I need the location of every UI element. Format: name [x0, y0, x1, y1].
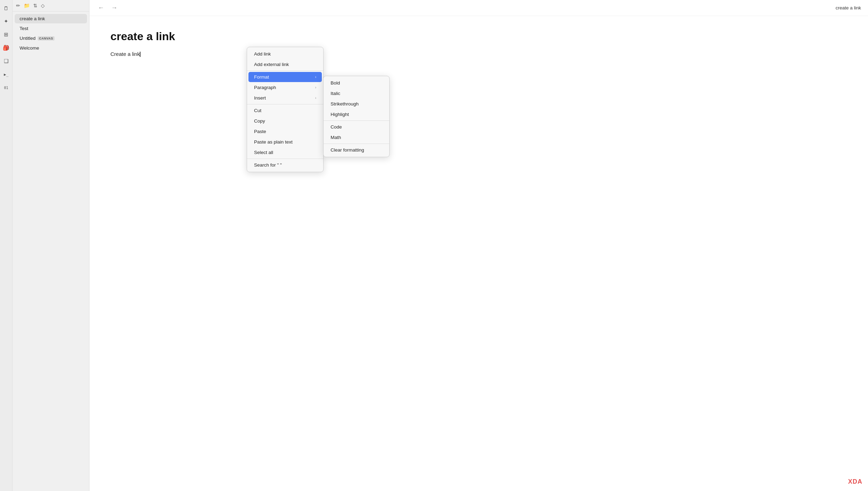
- back-button[interactable]: ←: [96, 3, 106, 12]
- layers-icon[interactable]: ❑: [2, 57, 10, 65]
- sort-icon[interactable]: ⇅: [33, 3, 37, 8]
- bag-icon[interactable]: 🎒: [2, 44, 10, 52]
- forward-button[interactable]: →: [110, 3, 119, 12]
- canvas-badge: CANVAS: [38, 36, 55, 41]
- sidebar-item-label: Welcome: [20, 45, 39, 51]
- sidebar-item-label: Untitled: [20, 36, 36, 41]
- menu-item-highlight[interactable]: Highlight: [325, 109, 388, 119]
- document-text: Create a link: [110, 51, 140, 57]
- menu-item-insert[interactable]: Insert ›: [248, 93, 322, 103]
- binary-icon[interactable]: 01: [2, 84, 10, 91]
- menu-item-add-link[interactable]: Add link: [248, 49, 322, 59]
- menu-separator-2: [247, 104, 323, 104]
- main-area: ← → create a link create a link Create a…: [89, 0, 868, 491]
- filter-icon[interactable]: ◇: [41, 3, 45, 8]
- menu-separator-3: [247, 159, 323, 159]
- sidebar-item-label: create a link: [20, 16, 45, 21]
- new-note-icon[interactable]: ✏: [16, 3, 20, 8]
- sidebar-item-welcome[interactable]: Welcome: [15, 43, 87, 53]
- sidebar-item-untitled[interactable]: Untitled CANVAS: [15, 34, 87, 43]
- chevron-right-icon: ›: [315, 96, 316, 100]
- format-submenu: Bold Italic Strikethrough Highlight Code…: [323, 76, 390, 157]
- context-menu: Add link Add external link Format › Para…: [247, 47, 324, 172]
- sidebar-item-label: Test: [20, 26, 28, 31]
- xda-watermark: XDA: [848, 478, 862, 485]
- menu-separator-1: [247, 71, 323, 71]
- menu-item-cut[interactable]: Cut: [248, 105, 322, 116]
- menu-item-clear-formatting[interactable]: Clear formatting: [325, 145, 388, 155]
- notes-icon[interactable]: 🗒: [2, 4, 10, 12]
- icon-rail: 🗒 ✦ ⊞ 🎒 ❑ ▶_ 01: [0, 0, 13, 491]
- document-body[interactable]: Create a link: [110, 50, 847, 58]
- document-title: create a link: [110, 30, 847, 43]
- grid-icon[interactable]: ⊞: [2, 31, 10, 38]
- sidebar-items: create a link Test Untitled CANVAS Welco…: [13, 12, 89, 55]
- sidebar-toolbar: ✏ 📁 ⇅ ◇: [13, 0, 89, 12]
- chevron-right-icon: ›: [315, 75, 316, 79]
- terminal-icon[interactable]: ▶_: [2, 71, 10, 78]
- menu-item-math[interactable]: Math: [325, 132, 388, 142]
- menu-item-code[interactable]: Code: [325, 122, 388, 132]
- header-title: create a link: [836, 5, 861, 10]
- menu-item-copy[interactable]: Copy: [248, 116, 322, 126]
- menu-item-paste[interactable]: Paste: [248, 126, 322, 137]
- main-header: ← → create a link: [89, 0, 868, 16]
- submenu-separator-2: [324, 144, 389, 144]
- chevron-right-icon: ›: [315, 86, 316, 89]
- connections-icon[interactable]: ✦: [2, 17, 10, 25]
- menu-item-add-external-link[interactable]: Add external link: [248, 59, 322, 69]
- menu-item-italic[interactable]: Italic: [325, 88, 388, 98]
- menu-item-bold[interactable]: Bold: [325, 78, 388, 88]
- menu-item-paste-plain[interactable]: Paste as plain text: [248, 137, 322, 147]
- sidebar: ✏ 📁 ⇅ ◇ create a link Test Untitled CANV…: [13, 0, 89, 491]
- menu-item-strikethrough[interactable]: Strikethrough: [325, 99, 388, 109]
- menu-item-paragraph[interactable]: Paragraph ›: [248, 82, 322, 93]
- menu-item-format[interactable]: Format ›: [248, 72, 322, 82]
- text-cursor: [140, 52, 140, 57]
- open-folder-icon[interactable]: 📁: [24, 3, 30, 8]
- sidebar-item-test[interactable]: Test: [15, 24, 87, 33]
- menu-item-search[interactable]: Search for " ": [248, 160, 322, 170]
- submenu-separator-1: [324, 120, 389, 121]
- main-content[interactable]: create a link Create a link Add link Add…: [89, 16, 868, 491]
- menu-item-select-all[interactable]: Select all: [248, 147, 322, 157]
- sidebar-item-create-a-link[interactable]: create a link: [15, 14, 87, 23]
